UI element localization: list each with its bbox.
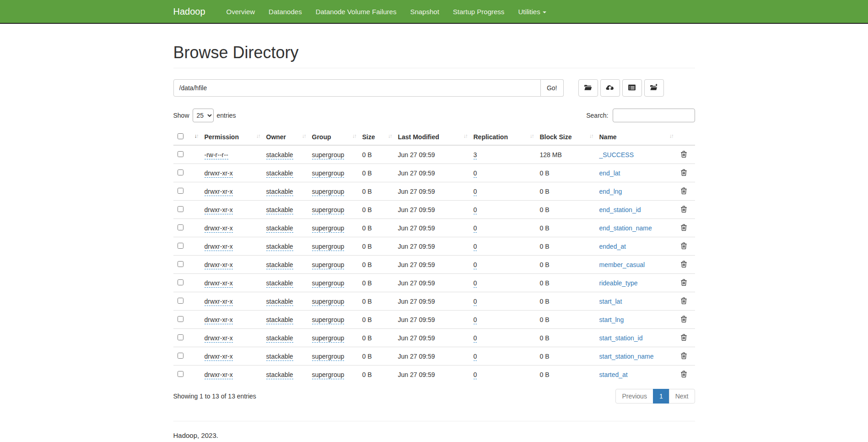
page-1[interactable]: 1 [653, 389, 669, 404]
delete-button[interactable] [679, 333, 688, 342]
page-size-select[interactable]: 25 [193, 109, 214, 122]
sort-icon[interactable] [256, 133, 260, 139]
group-value[interactable]: supergroup [312, 169, 345, 178]
replication-value[interactable]: 0 [474, 279, 477, 288]
nav-snapshot[interactable]: Snapshot [403, 8, 446, 16]
row-checkbox[interactable] [178, 334, 183, 340]
file-link[interactable]: end_station_name [599, 224, 652, 232]
owner-value[interactable]: stackable [266, 243, 293, 251]
file-link[interactable]: ended_at [599, 243, 626, 250]
nav-utilities-dropdown[interactable]: Utilities [511, 8, 553, 16]
set-quota-button[interactable] [622, 79, 642, 97]
header-owner[interactable]: Owner [263, 129, 308, 145]
brand-hadoop[interactable]: Hadoop [173, 6, 212, 17]
permission-value[interactable]: drwxr-xr-x [205, 224, 233, 233]
group-value[interactable]: supergroup [312, 224, 345, 233]
file-link[interactable]: _SUCCESS [599, 151, 634, 158]
group-value[interactable]: supergroup [312, 334, 345, 343]
row-checkbox[interactable] [178, 371, 183, 377]
sort-icon[interactable] [302, 133, 306, 139]
group-value[interactable]: supergroup [312, 206, 345, 214]
file-link[interactable]: start_lng [599, 316, 624, 323]
group-value[interactable]: supergroup [312, 371, 345, 379]
delete-button[interactable] [679, 168, 688, 177]
row-checkbox[interactable] [178, 169, 183, 175]
file-link[interactable]: rideable_type [599, 279, 638, 287]
file-link[interactable]: end_lat [599, 169, 620, 177]
replication-value[interactable]: 0 [474, 371, 477, 379]
permission-value[interactable]: -rw-r--r-- [205, 151, 228, 159]
sort-icon[interactable] [194, 133, 198, 139]
row-checkbox[interactable] [178, 298, 183, 304]
file-link[interactable]: start_station_id [599, 334, 643, 342]
replication-value[interactable]: 0 [474, 243, 477, 251]
replication-value[interactable]: 0 [474, 261, 477, 269]
owner-value[interactable]: stackable [266, 206, 293, 214]
permission-value[interactable]: drwxr-xr-x [205, 316, 233, 324]
replication-value[interactable]: 0 [474, 298, 477, 306]
permission-value[interactable]: drwxr-xr-x [205, 169, 233, 178]
row-checkbox[interactable] [178, 279, 183, 285]
owner-value[interactable]: stackable [266, 224, 293, 233]
sort-icon[interactable] [530, 133, 534, 139]
permission-value[interactable]: drwxr-xr-x [205, 353, 233, 361]
permission-value[interactable]: drwxr-xr-x [205, 298, 233, 306]
page-next[interactable]: Next [669, 389, 695, 404]
sort-icon[interactable] [464, 133, 467, 139]
replication-value[interactable]: 0 [474, 353, 477, 361]
permission-value[interactable]: drwxr-xr-x [205, 206, 233, 214]
file-link[interactable]: end_station_id [599, 206, 641, 213]
owner-value[interactable]: stackable [266, 353, 293, 361]
replication-value[interactable]: 0 [474, 316, 477, 324]
row-checkbox[interactable] [178, 243, 183, 249]
owner-value[interactable]: stackable [266, 334, 293, 343]
delete-button[interactable] [679, 150, 688, 158]
permission-value[interactable]: drwxr-xr-x [205, 334, 233, 343]
header-name[interactable]: Name [596, 129, 676, 145]
header-size[interactable]: Size [359, 129, 394, 145]
group-value[interactable]: supergroup [312, 298, 345, 306]
upload-file-button[interactable] [600, 79, 620, 97]
group-value[interactable]: supergroup [312, 316, 345, 324]
sort-icon[interactable] [352, 133, 356, 139]
row-checkbox[interactable] [178, 353, 183, 359]
sort-icon[interactable] [589, 133, 593, 139]
owner-value[interactable]: stackable [266, 279, 293, 288]
owner-value[interactable]: stackable [266, 169, 293, 178]
delete-button[interactable] [679, 296, 688, 305]
delete-button[interactable] [679, 205, 688, 213]
row-checkbox[interactable] [178, 188, 183, 194]
permission-value[interactable]: drwxr-xr-x [205, 279, 233, 288]
replication-value[interactable]: 3 [474, 151, 477, 159]
page-previous[interactable]: Previous [615, 389, 653, 404]
nav-startup-progress[interactable]: Startup Progress [446, 8, 512, 16]
nav-datanode-volume-failures[interactable]: Datanode Volume Failures [309, 8, 404, 16]
delete-button[interactable] [679, 315, 688, 323]
row-checkbox[interactable] [178, 261, 183, 267]
delete-button[interactable] [679, 186, 688, 195]
file-link[interactable]: start_lat [599, 298, 622, 305]
nav-overview[interactable]: Overview [220, 8, 262, 16]
owner-value[interactable]: stackable [266, 151, 293, 159]
header-replication[interactable]: Replication [470, 129, 536, 145]
row-checkbox[interactable] [178, 224, 183, 230]
row-checkbox[interactable] [178, 316, 183, 322]
nav-datanodes[interactable]: Datanodes [262, 8, 309, 16]
group-value[interactable]: supergroup [312, 151, 345, 159]
delete-button[interactable] [679, 260, 688, 268]
file-link[interactable]: member_casual [599, 261, 645, 268]
replication-value[interactable]: 0 [474, 206, 477, 214]
sort-icon[interactable] [669, 133, 673, 139]
file-link[interactable]: start_station_name [599, 353, 654, 360]
delete-button[interactable] [679, 241, 688, 250]
sort-icon[interactable] [388, 133, 392, 139]
file-link[interactable]: end_lng [599, 188, 622, 195]
header-block-size[interactable]: Block Size [536, 129, 596, 145]
delete-button[interactable] [679, 278, 688, 287]
permission-value[interactable]: drwxr-xr-x [205, 188, 233, 196]
group-value[interactable]: supergroup [312, 188, 345, 196]
header-last-modified[interactable]: Last Modified [394, 129, 470, 145]
owner-value[interactable]: stackable [266, 298, 293, 306]
go-button[interactable]: Go! [541, 79, 564, 97]
owner-value[interactable]: stackable [266, 371, 293, 379]
